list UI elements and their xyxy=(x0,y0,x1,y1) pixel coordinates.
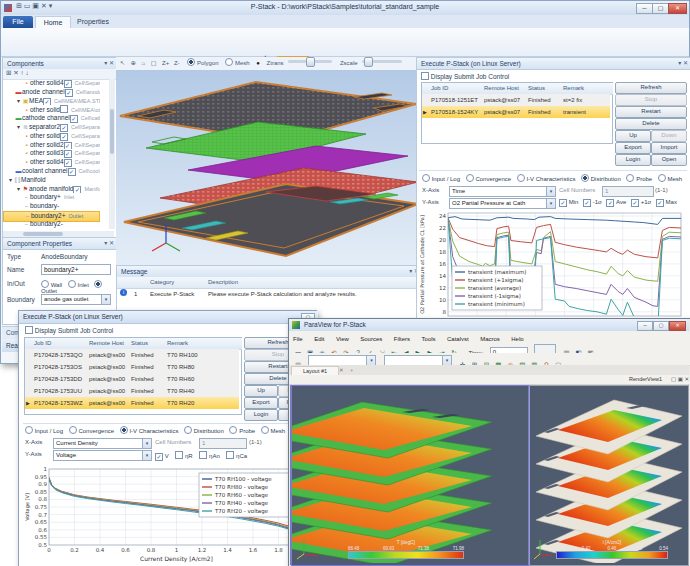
down-button[interactable]: Down xyxy=(651,130,687,142)
tree-item[interactable]: ▬cathode channel✓Cell\cathode_ch... xyxy=(3,114,100,123)
job-row-selected[interactable]: ▶ P170518-1524KY pstack@ss07 Finished tr… xyxy=(422,106,610,118)
zscale-slider[interactable] xyxy=(362,60,402,63)
name-field[interactable]: boundary2+ xyxy=(41,264,111,275)
xaxis-select[interactable]: Current Density▾ xyxy=(53,438,152,449)
maximize-button[interactable]: ▢ xyxy=(653,321,669,331)
select-cursor-icon[interactable]: ↖ xyxy=(120,60,125,66)
xaxis-select[interactable]: Time▾ xyxy=(449,186,556,197)
render-view-current[interactable]: i [A/cm2] 0.380.420.460.500.54 xyxy=(529,385,689,566)
wall-radio[interactable] xyxy=(41,280,49,288)
radio-input-log[interactable]: Input / Log xyxy=(25,428,63,434)
display-submit-job-checkbox[interactable]: Display Submit Job Control xyxy=(25,326,113,334)
tree-item[interactable]: ▾⟦⟧Manifold xyxy=(3,176,100,185)
radio-mesh[interactable]: Mesh xyxy=(261,428,285,434)
tree-item[interactable]: –boundary- xyxy=(3,202,100,211)
close-layout-icon[interactable]: ✕ xyxy=(339,367,344,373)
tree-item[interactable]: ▾≋separator2✓Cell\Separator\sep... xyxy=(3,123,100,132)
tree-item[interactable]: ▪other solid4✓Cell\Separator\... xyxy=(3,79,100,88)
outlet-radio[interactable] xyxy=(94,280,102,288)
cell-numbers-input[interactable]: 1 xyxy=(199,438,247,449)
components-vscrollbar[interactable] xyxy=(109,79,115,229)
minimize-button[interactable]: ─ xyxy=(636,3,653,14)
job-row[interactable]: P170428-1753QOpstack@ss00FinishedT70 RH1… xyxy=(25,349,239,361)
tree-down-icon[interactable]: ↓ xyxy=(26,69,29,76)
radio-probe[interactable]: Probe xyxy=(229,428,255,434)
login-button[interactable]: Login xyxy=(615,154,651,166)
cell-numbers-input[interactable]: 1 xyxy=(602,186,654,197)
render-view-temperature[interactable]: T [degC] 68.4869.9371.3871.98 xyxy=(291,385,529,566)
max-checkbox[interactable]: ✓ Max xyxy=(656,199,677,205)
job-row[interactable]: P170428-1753DDpstack@ss00FinishedT70 RH6… xyxy=(25,373,239,385)
tree-item[interactable]: –boundary+Inlet xyxy=(3,193,100,202)
main-titlebar[interactable]: ⊞ ▭ ▣ ✕ ▾ P-Stack - D:\work\PStack\Sampl… xyxy=(1,1,689,16)
radio-mesh[interactable]: Mesh xyxy=(658,176,682,182)
ztrans-slider[interactable] xyxy=(288,60,332,63)
ave-checkbox[interactable]: ✓ Ave xyxy=(606,199,626,205)
tree-item[interactable]: ▪other solid4✓Cell\Separator\... xyxy=(3,158,100,167)
tree-delete-icon[interactable]: ✕ xyxy=(13,69,18,76)
boundary-select[interactable]: anode gas outlet▾ xyxy=(41,294,111,305)
z-minus-button[interactable]: Z- xyxy=(174,60,180,66)
maximize-button[interactable]: ▢ xyxy=(652,3,669,14)
radio-iv-characteristics[interactable]: I-V Characteristics xyxy=(120,428,179,434)
yaxis-select[interactable]: O2 Partial Pressure at Cath▾ xyxy=(449,198,556,209)
delete-button[interactable]: Delete xyxy=(615,118,687,130)
fit-view-icon[interactable]: ▢ xyxy=(151,60,157,66)
p1s-checkbox[interactable]: ✓ +1σ xyxy=(631,199,651,205)
radio-probe[interactable]: Probe xyxy=(626,176,652,182)
inlet-radio[interactable] xyxy=(68,280,76,288)
tree-item[interactable]: ▪other solid2✓Cell\Separator\... xyxy=(3,141,100,150)
min-checkbox[interactable]: ✓ Min xyxy=(559,199,578,205)
tree-item[interactable]: ▪other solid✓Cell\Separator\... xyxy=(3,132,100,141)
minimize-button[interactable]: ─ xyxy=(637,321,653,331)
login-button[interactable]: Login xyxy=(244,409,278,421)
job-row-selected[interactable]: ▶ P170428-1753WZpstack@ss00FinishedT70 R… xyxy=(25,397,239,409)
add-layout-icon[interactable]: ＋ xyxy=(349,367,355,374)
polygon-radio[interactable]: Polygon xyxy=(187,60,218,66)
import-button[interactable]: Import xyxy=(651,142,687,154)
tree-item[interactable]: ▬anode channel✓Cell\anode_chan... xyxy=(3,88,100,97)
open-button[interactable]: Open xyxy=(651,154,687,166)
radio-distribution[interactable]: Distribution xyxy=(184,428,224,434)
stop-button[interactable]: Stop xyxy=(615,94,687,106)
panel-menu-icon[interactable]: ▾ ✕ xyxy=(104,238,114,249)
radio-distribution[interactable]: Distribution xyxy=(581,176,621,182)
tree-item[interactable]: ▪other solid3✓Cell\Separator\... xyxy=(3,149,100,158)
close-button[interactable]: ✕ xyxy=(668,3,687,14)
radio-iv-characteristics[interactable]: I-V Characteristics xyxy=(517,176,576,182)
m1s-checkbox[interactable]: ✓ -1σ xyxy=(583,199,602,205)
v-checkbox[interactable]: ✓ V xyxy=(155,453,169,459)
zoom-icon[interactable]: ⊕ xyxy=(131,60,136,66)
mesh-radio[interactable]: Mesh xyxy=(225,60,249,66)
tab-properties[interactable]: Properties xyxy=(71,16,115,28)
etaR-checkbox[interactable]: ηR xyxy=(175,453,192,459)
job-row[interactable]: P170518-1251ET pstack@ss07 Finished st=2… xyxy=(422,94,610,106)
radio-input-log[interactable]: Input / Log xyxy=(422,176,460,182)
display-submit-job-checkbox[interactable]: Display Submit Job Control xyxy=(421,72,509,80)
panel-menu-icon[interactable]: ▾ ✕ xyxy=(678,58,688,69)
tree-item[interactable]: ▪other solidCell\MEA\other_... xyxy=(3,105,100,114)
refresh-button[interactable]: Refresh xyxy=(615,82,687,94)
tree-up-icon[interactable]: ↑ xyxy=(21,69,24,76)
panel-menu-icon[interactable]: ▾ ✕ xyxy=(104,58,114,69)
restart-button[interactable]: Restart xyxy=(615,106,687,118)
close-button[interactable]: ✕ xyxy=(669,321,686,331)
export-button[interactable]: Export xyxy=(244,397,278,409)
etaAn-checkbox[interactable]: ηAn xyxy=(199,453,219,459)
yaxis-select[interactable]: Voltage▾ xyxy=(53,450,152,461)
radio-convergence[interactable]: Convergence xyxy=(69,428,114,434)
up-button[interactable]: Up xyxy=(244,385,278,397)
etaCa-checkbox[interactable]: ηCa xyxy=(226,453,247,459)
job-row[interactable]: P170428-1753OSpstack@ss00FinishedT70 RH8… xyxy=(25,361,239,373)
z-plus-button[interactable]: Z+ xyxy=(162,60,169,66)
radio-convergence[interactable]: Convergence xyxy=(466,176,511,182)
home-view-icon[interactable]: ⌂ xyxy=(141,60,145,66)
export-button[interactable]: Export xyxy=(615,142,651,154)
tree-item[interactable]: ▾⚑anode manifold✓Manifold\anode_... xyxy=(3,185,100,194)
tree-item[interactable]: –boundary2- xyxy=(3,220,100,229)
renderview-buttons[interactable]: ▢ ▣ ✕ xyxy=(671,376,689,382)
tree-add-icon[interactable]: ⊞ xyxy=(6,69,11,76)
message-row[interactable]: i 1 Execute P-Stack Please execute P-Sta… xyxy=(117,288,419,300)
tab-file[interactable]: File xyxy=(3,16,33,28)
job-row[interactable]: P170428-1753UUpstack@ss00FinishedT70 RH4… xyxy=(25,385,239,397)
